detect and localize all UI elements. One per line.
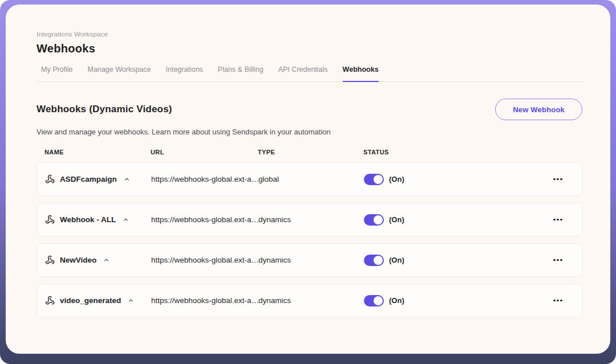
webhook-icon [45, 255, 55, 265]
webhook-icon [45, 174, 55, 184]
status-toggle[interactable] [364, 214, 384, 226]
webhook-type: dynamics [258, 256, 364, 264]
webhook-url: https://webhooks-global.ext-a… [151, 215, 258, 224]
table-row: video_generated https://webhooks-global.… [37, 284, 582, 317]
webhook-type: dynamics [258, 215, 364, 224]
chevron-up-icon[interactable] [124, 176, 130, 182]
main-card: Integrations Workspace Webhooks My Profi… [6, 5, 610, 354]
webhook-url: https://webhooks-global.ext-a… [151, 296, 258, 305]
breadcrumb[interactable]: Integrations Workspace [37, 31, 582, 38]
status-toggle[interactable] [364, 174, 384, 185]
table-header: NAME URL TYPE STATUS [37, 149, 582, 156]
chevron-up-icon[interactable] [103, 257, 110, 263]
column-header-name: NAME [44, 149, 151, 156]
page-title: Webhooks [37, 42, 582, 55]
column-header-url: URL [151, 149, 258, 156]
tab-manage-workspace[interactable]: Manage Workspace [88, 63, 151, 81]
webhook-icon [45, 215, 55, 224]
chevron-up-icon[interactable] [123, 216, 129, 223]
status-label: (On) [389, 175, 404, 183]
status-label: (On) [389, 296, 404, 305]
webhook-type: global [258, 175, 364, 183]
column-header-status: STATUS [363, 149, 545, 156]
toggle-knob [374, 296, 383, 305]
row-menu-button[interactable] [552, 175, 564, 184]
row-menu-button[interactable] [552, 296, 564, 305]
webhook-url: https://webhooks-global.ext-a… [151, 175, 258, 183]
section-title: Webhooks (Dynamic Videos) [37, 104, 172, 115]
table-row: NewVideo https://webhooks-global.ext-a… … [37, 243, 582, 277]
status-toggle[interactable] [364, 295, 384, 306]
column-header-type: TYPE [258, 149, 363, 156]
row-menu-button[interactable] [552, 256, 564, 265]
tab-plans-billing[interactable]: Plans & Billing [218, 63, 264, 81]
tab-bar: My Profile Manage Workspace Integrations… [37, 63, 582, 82]
webhook-name: Webhook - ALL [60, 215, 116, 224]
table-row: ASDFcampaign https://webhooks-global.ext… [37, 162, 582, 196]
webhook-name: video_generated [60, 296, 121, 305]
app-frame: Integrations Workspace Webhooks My Profi… [0, 0, 616, 364]
webhook-name: ASDFcampaign [60, 175, 117, 183]
table-row: Webhook - ALL https://webhooks-global.ex… [37, 203, 582, 236]
section-subtitle: View and manage your webhooks. Learn mor… [37, 128, 582, 136]
webhook-name: NewVideo [60, 256, 96, 264]
row-menu-button[interactable] [552, 215, 564, 224]
tab-integrations[interactable]: Integrations [166, 63, 203, 81]
tab-api-credentials[interactable]: API Credentials [278, 63, 328, 81]
status-toggle[interactable] [364, 255, 384, 266]
webhook-icon [45, 296, 55, 305]
tab-my-profile[interactable]: My Profile [41, 63, 73, 81]
tab-webhooks[interactable]: Webhooks [343, 63, 379, 82]
toggle-knob [374, 175, 383, 184]
toggle-knob [374, 215, 383, 224]
chevron-up-icon[interactable] [128, 297, 134, 304]
webhook-url: https://webhooks-global.ext-a… [151, 256, 258, 264]
webhook-type: dynamics [258, 296, 364, 305]
toggle-knob [374, 256, 383, 265]
status-label: (On) [389, 215, 404, 224]
webhook-list: ASDFcampaign https://webhooks-global.ext… [37, 162, 582, 317]
new-webhook-button[interactable]: New Webhook [495, 99, 582, 120]
status-label: (On) [389, 256, 404, 264]
